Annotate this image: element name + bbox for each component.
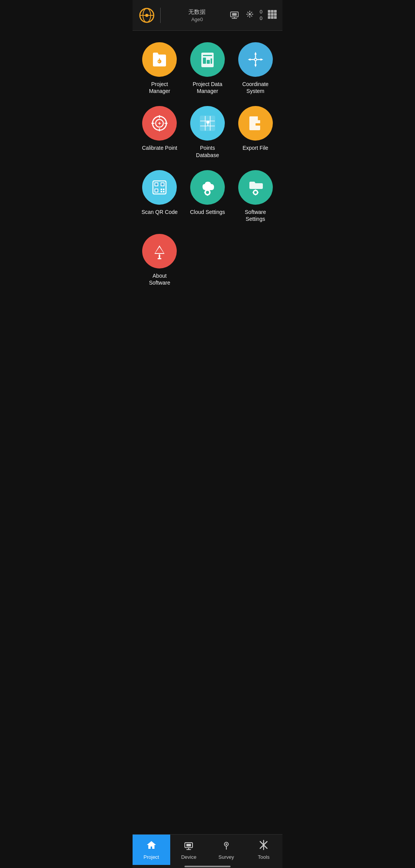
cloud-settings-icon: [190, 170, 225, 205]
svg-line-18: [247, 15, 249, 17]
home-icon: [146, 840, 157, 853]
coordinate-system-label: CoordinateSystem: [242, 81, 269, 94]
software-settings-icon: [238, 170, 273, 205]
svg-rect-79: [204, 192, 206, 193]
no-data-label: 无数据: [165, 8, 229, 16]
svg-marker-40: [254, 65, 257, 67]
svg-rect-87: [255, 194, 256, 195]
satellite-icon[interactable]: [244, 9, 255, 22]
app-item-about-software[interactable]: AboutSoftware: [136, 230, 183, 290]
svg-rect-21: [274, 10, 277, 13]
nav-project-label: Project: [144, 854, 159, 860]
app-item-calibrate-point[interactable]: + Calibrate Point: [136, 102, 183, 162]
menu-grid-icon[interactable]: [267, 9, 277, 21]
project-manager-icon: +: [142, 42, 177, 77]
software-settings-label: SoftwareSettings: [245, 209, 266, 222]
svg-rect-96: [159, 254, 160, 258]
svg-marker-39: [261, 58, 263, 61]
header-center: 无数据 Age0: [165, 8, 229, 22]
nav-device-label: Device: [181, 854, 196, 860]
app-item-software-settings[interactable]: SoftwareSettings: [232, 166, 279, 226]
calibrate-point-icon: +: [142, 106, 177, 141]
nav-survey-label: Survey: [219, 854, 234, 860]
svg-rect-73: [163, 191, 164, 192]
svg-point-10: [249, 13, 251, 15]
svg-rect-22: [268, 13, 271, 16]
device-icon[interactable]: [229, 9, 240, 22]
svg-rect-32: [203, 55, 212, 56]
svg-rect-78: [209, 192, 211, 193]
app-header: 无数据 Age0: [133, 0, 282, 31]
svg-rect-33: [203, 58, 206, 64]
svg-rect-88: [257, 192, 259, 193]
project-data-manager-label: Project DataManager: [193, 81, 222, 94]
svg-point-85: [254, 191, 257, 194]
project-data-manager-icon: [190, 42, 225, 77]
header-right: 0 0: [229, 9, 277, 22]
app-item-cloud-settings[interactable]: Cloud Settings: [184, 166, 231, 226]
svg-rect-27: [274, 16, 277, 19]
svg-rect-24: [274, 13, 277, 16]
svg-rect-34: [207, 60, 210, 64]
points-database-icon: [190, 106, 225, 141]
home-indicator: [133, 865, 282, 868]
tools-icon: [258, 840, 269, 853]
svg-line-16: [251, 15, 252, 17]
svg-rect-89: [252, 192, 254, 193]
svg-rect-100: [186, 844, 191, 846]
svg-rect-103: [186, 849, 191, 850]
svg-rect-20: [271, 10, 274, 13]
about-software-icon: [142, 234, 177, 268]
svg-rect-65: [155, 183, 158, 186]
svg-rect-23: [271, 13, 274, 16]
app-item-project-manager[interactable]: + ProjectManager: [136, 38, 183, 98]
svg-rect-67: [161, 183, 164, 186]
svg-rect-60: [258, 116, 262, 120]
scan-qr-code-label: Scan QR Code: [141, 209, 178, 215]
svg-point-43: [255, 59, 256, 60]
svg-marker-41: [248, 58, 251, 61]
survey-icon: [221, 840, 232, 853]
age-label: Age0: [165, 17, 229, 22]
svg-rect-86: [255, 189, 256, 190]
app-item-points-database[interactable]: PointsDatabase: [184, 102, 231, 162]
svg-rect-72: [161, 191, 162, 192]
export-file-label: Export File: [242, 144, 268, 151]
svg-text:+: +: [158, 60, 160, 63]
device-nav-icon: [183, 840, 194, 853]
app-item-export-file[interactable]: Export File: [232, 102, 279, 162]
app-item-scan-qr-code[interactable]: Scan QR Code: [136, 166, 183, 226]
header-divider: [160, 8, 161, 23]
svg-rect-25: [268, 16, 271, 19]
nav-item-device[interactable]: Device: [170, 835, 208, 865]
svg-rect-26: [271, 16, 274, 19]
project-manager-label: ProjectManager: [149, 81, 170, 94]
svg-line-15: [247, 12, 249, 13]
svg-marker-38: [254, 52, 257, 55]
svg-rect-35: [211, 58, 212, 64]
svg-rect-9: [232, 18, 237, 19]
nav-tools-label: Tools: [258, 854, 269, 860]
app-grid: + ProjectManager Project DataManager: [133, 31, 282, 834]
app-logo: [138, 7, 156, 24]
home-bar: [184, 866, 231, 867]
signal-count: 0 0: [260, 9, 262, 22]
svg-marker-95: [155, 247, 164, 253]
nav-item-project[interactable]: Project: [133, 835, 170, 865]
svg-rect-69: [155, 189, 158, 192]
scan-qr-code-icon: [142, 170, 177, 205]
app-item-project-data-manager[interactable]: Project DataManager: [184, 38, 231, 98]
app-item-coordinate-system[interactable]: CoordinateSystem: [232, 38, 279, 98]
logo-wrap: [138, 7, 156, 24]
nav-item-survey[interactable]: Survey: [208, 835, 245, 865]
svg-point-75: [206, 191, 209, 194]
svg-line-17: [251, 12, 252, 13]
points-database-label: PointsDatabase: [196, 144, 219, 158]
calibrate-point-label: Calibrate Point: [142, 144, 177, 151]
svg-rect-97: [158, 258, 161, 259]
cloud-settings-label: Cloud Settings: [190, 209, 225, 215]
svg-text:+: +: [158, 120, 161, 126]
export-file-icon: [238, 106, 273, 141]
nav-item-tools[interactable]: Tools: [245, 835, 283, 865]
svg-rect-19: [268, 10, 271, 13]
